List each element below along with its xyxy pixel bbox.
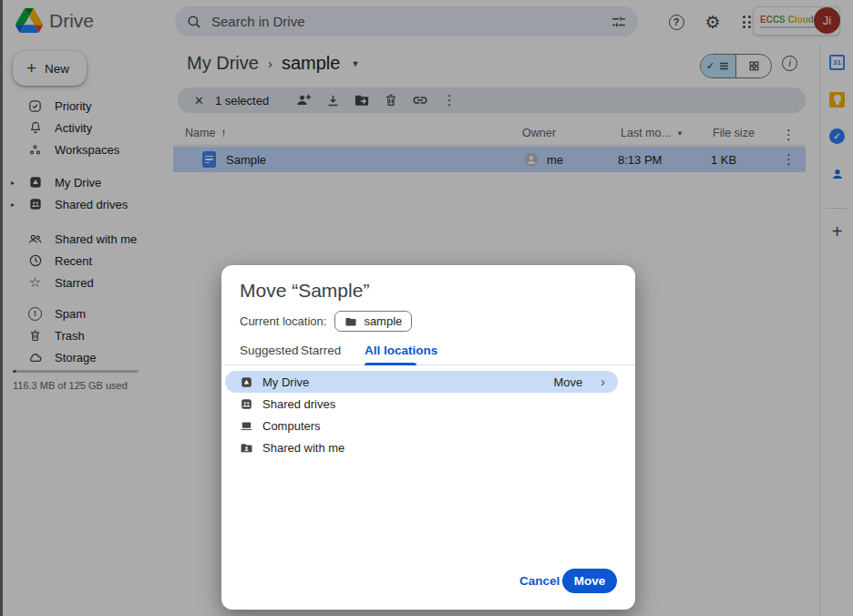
google-drive-app: Drive ? ⚙ ECCS Cloud Mail Ji + New (0, 0, 853, 616)
current-location-label: Current location: (240, 314, 326, 328)
dialog-tabs: Suggested Starred All locations (221, 341, 635, 365)
computer-icon (240, 419, 253, 433)
my-drive-icon (240, 375, 253, 389)
shared-folder-icon (240, 441, 253, 455)
move-dialog: Move “Sample” Current location: sample S… (221, 265, 635, 610)
current-location-name: sample (364, 314, 402, 328)
location-row-computers[interactable]: Computers (225, 415, 618, 436)
current-location-chip[interactable]: sample (334, 311, 412, 332)
tab-suggested[interactable]: Suggested (240, 344, 299, 357)
location-row-my-drive[interactable]: My Drive Move › (225, 371, 618, 393)
shared-drives-icon (240, 397, 253, 411)
tab-all-locations[interactable]: All locations (365, 344, 437, 357)
folder-icon (344, 315, 357, 328)
move-confirm-button[interactable]: Move (562, 569, 617, 593)
active-tab-underline (365, 363, 416, 365)
location-row-shared-drives[interactable]: Shared drives (225, 393, 618, 415)
row-move-button[interactable]: Move (554, 375, 583, 389)
location-row-shared-with-me[interactable]: Shared with me (225, 436, 618, 458)
cancel-button[interactable]: Cancel (519, 574, 560, 588)
chevron-right-icon[interactable]: › (601, 375, 605, 389)
tab-starred[interactable]: Starred (301, 344, 341, 357)
dialog-title: Move “Sample” (240, 280, 369, 302)
